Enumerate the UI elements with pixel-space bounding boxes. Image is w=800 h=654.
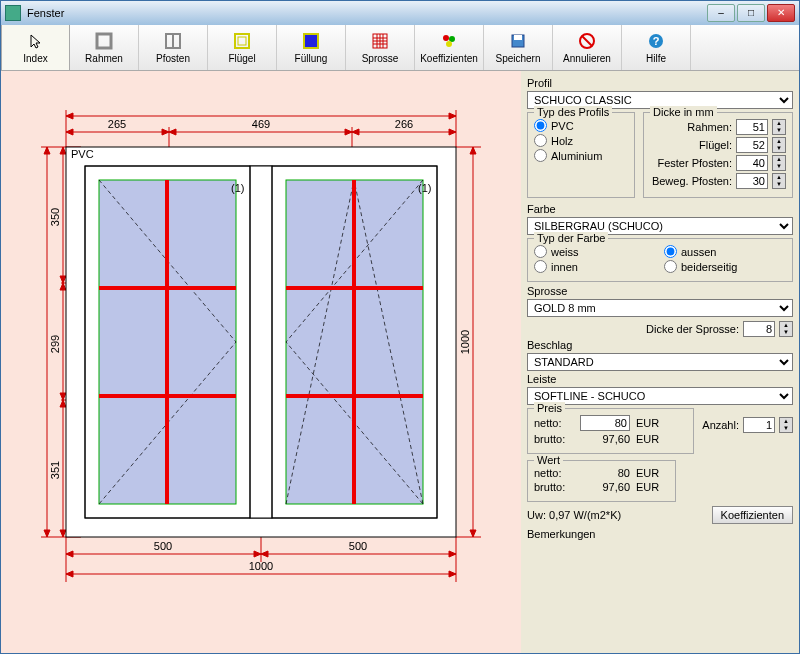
spin-fluegel[interactable]: ▲▼: [772, 137, 786, 153]
svg-text:1000: 1000: [459, 330, 471, 354]
koeffizienten-button[interactable]: Koeffizienten: [712, 506, 793, 524]
coef-icon: [439, 31, 459, 51]
svg-line-19: [582, 36, 592, 46]
preis-group: Preis netto:EUR brutto:97,60EUR: [527, 408, 694, 454]
tool-annulieren[interactable]: Annulieren: [553, 25, 622, 70]
svg-text:?: ?: [653, 35, 660, 47]
svg-text:299: 299: [49, 335, 61, 353]
beschlag-select[interactable]: STANDARD: [527, 353, 793, 371]
spin-beweg[interactable]: ▲▼: [772, 173, 786, 189]
dicke-beweg-input[interactable]: [736, 173, 768, 189]
app-window: Fenster – □ ✕ Index Rahmen Pfosten: [0, 0, 800, 654]
close-button[interactable]: ✕: [767, 4, 795, 22]
svg-point-15: [446, 41, 452, 47]
svg-marker-70: [449, 551, 456, 557]
sash-icon: [232, 31, 252, 51]
drawing-canvas[interactable]: 265 469 266 350 299 351: [1, 71, 521, 653]
svg-marker-72: [449, 571, 456, 577]
svg-rect-3: [235, 34, 249, 48]
spin-rahmen[interactable]: ▲▼: [772, 119, 786, 135]
svg-marker-34: [352, 129, 359, 135]
spin-anzahl[interactable]: ▲▼: [779, 417, 793, 433]
farbe-label: Farbe: [527, 203, 793, 215]
muntin-icon: [370, 31, 390, 51]
save-icon: [508, 31, 528, 51]
svg-point-14: [449, 36, 455, 42]
svg-marker-30: [66, 129, 73, 135]
tool-sprosse[interactable]: Sprosse: [346, 25, 415, 70]
svg-marker-49: [60, 283, 66, 290]
svg-marker-60: [470, 530, 476, 537]
mullion-icon: [163, 31, 183, 51]
radio-innen[interactable]: [534, 260, 547, 273]
leiste-select[interactable]: SOFTLINE - SCHUCO: [527, 387, 793, 405]
dicke-fluegel-input[interactable]: [736, 137, 768, 153]
svg-rect-5: [304, 34, 318, 48]
svg-marker-51: [60, 400, 66, 407]
svg-text:(1): (1): [231, 182, 244, 194]
svg-rect-0: [97, 34, 111, 48]
maximize-button[interactable]: □: [737, 4, 765, 22]
cancel-icon: [577, 31, 597, 51]
tool-index[interactable]: Index: [1, 25, 70, 70]
window-title: Fenster: [27, 7, 707, 19]
netto-input[interactable]: [580, 415, 630, 431]
fill-icon: [301, 31, 321, 51]
svg-marker-59: [470, 147, 476, 154]
svg-marker-32: [169, 129, 176, 135]
svg-point-13: [443, 35, 449, 41]
svg-marker-28: [66, 113, 73, 119]
radio-beiderseitig[interactable]: [664, 260, 677, 273]
tool-hilfe[interactable]: ? Hilfe: [622, 25, 691, 70]
content: 265 469 266 350 299 351: [1, 71, 799, 653]
tool-pfosten[interactable]: Pfosten: [139, 25, 208, 70]
leiste-label: Leiste: [527, 373, 793, 385]
dicke-rahmen-input[interactable]: [736, 119, 768, 135]
svg-rect-17: [514, 35, 522, 40]
main-toolbar: Index Rahmen Pfosten Flügel Füllung: [1, 25, 799, 71]
help-icon: ?: [646, 31, 666, 51]
dicke-fester-input[interactable]: [736, 155, 768, 171]
tool-koeffizienten[interactable]: Koeffizienten: [415, 25, 484, 70]
minimize-button[interactable]: –: [707, 4, 735, 22]
typ-profil-group: Typ des Profils PVC Holz Aluminium: [527, 112, 635, 198]
spin-sprosse[interactable]: ▲▼: [779, 321, 793, 337]
titlebar: Fenster – □ ✕: [1, 1, 799, 25]
anzahl-input[interactable]: [743, 417, 775, 433]
radio-aluminium[interactable]: [534, 149, 547, 162]
spin-fester[interactable]: ▲▼: [772, 155, 786, 171]
svg-marker-71: [66, 571, 73, 577]
properties-panel: Profil SCHUCO CLASSIC Typ des Profils PV…: [521, 71, 799, 653]
svg-marker-69: [261, 551, 268, 557]
svg-text:469: 469: [252, 118, 270, 130]
svg-text:351: 351: [49, 461, 61, 479]
svg-marker-47: [60, 147, 66, 154]
svg-text:265: 265: [108, 118, 126, 130]
sprosse-label: Sprosse: [527, 285, 793, 297]
svg-text:500: 500: [349, 540, 367, 552]
window-drawing: 265 469 266 350 299 351: [21, 91, 501, 633]
tool-fuellung[interactable]: Füllung: [277, 25, 346, 70]
tool-speichern[interactable]: Speichern: [484, 25, 553, 70]
bemerkungen-label: Bemerkungen: [527, 528, 793, 540]
wert-group: Wert netto:80EUR brutto:97,60EUR: [527, 460, 676, 502]
sprosse-select[interactable]: GOLD 8 mm: [527, 299, 793, 317]
tool-fluegel[interactable]: Flügel: [208, 25, 277, 70]
uw-value: 0,97 W/(m2*K): [549, 509, 621, 521]
svg-rect-4: [238, 37, 246, 45]
typ-farbe-group: Typ der Farbe weiss innen aussen beiders…: [527, 238, 793, 282]
svg-marker-67: [66, 551, 73, 557]
profil-label: Profil: [527, 77, 793, 89]
radio-holz[interactable]: [534, 134, 547, 147]
svg-text:(1): (1): [418, 182, 431, 194]
svg-rect-79: [250, 166, 272, 518]
svg-text:266: 266: [395, 118, 413, 130]
cursor-icon: [26, 31, 46, 51]
svg-marker-29: [449, 113, 456, 119]
tool-rahmen[interactable]: Rahmen: [70, 25, 139, 70]
svg-marker-52: [60, 530, 66, 537]
radio-weiss[interactable]: [534, 245, 547, 258]
sprosse-dicke-input[interactable]: [743, 321, 775, 337]
radio-aussen[interactable]: [664, 245, 677, 258]
radio-pvc[interactable]: [534, 119, 547, 132]
